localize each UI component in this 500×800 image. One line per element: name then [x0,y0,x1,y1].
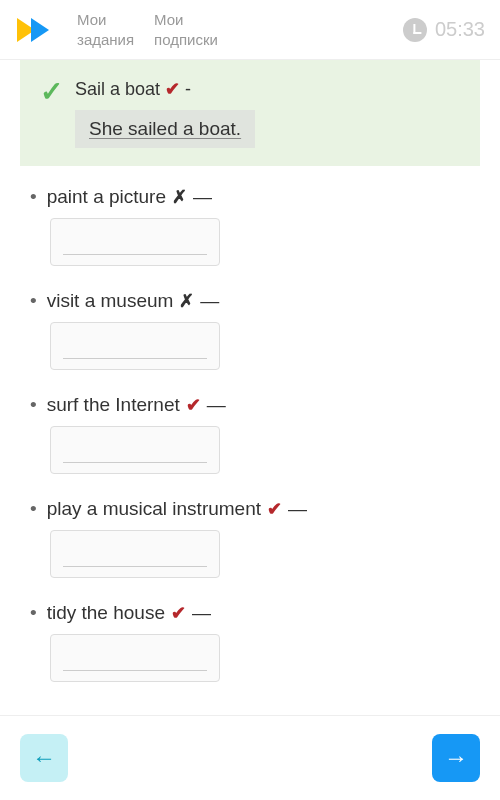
arrow-right-icon: → [444,744,468,772]
bullet-icon: • [30,290,37,312]
tick-icon: ✔ [267,498,282,520]
exercise-item: • play a musical instrument ✔ — [30,498,470,578]
prompt-text: surf the Internet [47,394,180,416]
bullet-icon: • [30,186,37,208]
input-line [63,670,207,671]
dash: — [193,186,212,208]
prompt-text: paint a picture [47,186,166,208]
arrow-left-icon: ← [32,744,56,772]
answer-input[interactable] [50,530,220,578]
input-line [63,566,207,567]
dash: — [207,394,226,416]
header: Мои задания Мои подписки 05:33 [0,0,500,60]
check-icon: ✓ [40,78,63,106]
example-content: Sail a boat ✔ - She sailed a boat. [75,78,460,148]
prompt-text: visit a museum [47,290,174,312]
example-answer: She sailed a boat. [75,110,255,148]
next-button[interactable]: → [432,734,480,782]
answer-input[interactable] [50,634,220,682]
bullet-icon: • [30,498,37,520]
input-line [63,358,207,359]
timer-section: 05:33 [403,18,485,42]
tick-icon: ✔ [171,602,186,624]
example-box: ✓ Sail a boat ✔ - She sailed a boat. [20,60,480,166]
exercise-list: • paint a picture ✗ — • visit a museum ✗… [20,166,480,715]
cross-icon: ✗ [172,186,187,208]
bullet-icon: • [30,602,37,624]
exercise-prompt: • visit a museum ✗ — [30,290,470,312]
exercise-prompt: • play a musical instrument ✔ — [30,498,470,520]
exercise-prompt: • paint a picture ✗ — [30,186,470,208]
dash: — [288,498,307,520]
dash: - [185,79,191,99]
tick-icon: ✔ [165,79,180,99]
nav-my-subs[interactable]: Мои подписки [154,10,218,49]
clock-icon [403,18,427,42]
example-prompt: Sail a boat ✔ - [75,78,460,100]
input-line [63,254,207,255]
nav-my-tasks[interactable]: Мои задания [77,10,134,49]
answer-input[interactable] [50,426,220,474]
bullet-icon: • [30,394,37,416]
timer-value: 05:33 [435,18,485,41]
exercise-prompt: • tidy the house ✔ — [30,602,470,624]
exercise-item: • visit a museum ✗ — [30,290,470,370]
prompt-text: tidy the house [47,602,165,624]
exercise-prompt: • surf the Internet ✔ — [30,394,470,416]
exercise-item: • surf the Internet ✔ — [30,394,470,474]
app-logo[interactable] [15,14,57,46]
cross-icon: ✗ [179,290,194,312]
dash: — [200,290,219,312]
example-text: Sail a boat [75,79,160,99]
content-area: ✓ Sail a boat ✔ - She sailed a boat. • p… [0,60,500,715]
input-line [63,462,207,463]
exercise-item: • tidy the house ✔ — [30,602,470,682]
exercise-item: • paint a picture ✗ — [30,186,470,266]
answer-input[interactable] [50,218,220,266]
tick-icon: ✔ [186,394,201,416]
prompt-text: play a musical instrument [47,498,261,520]
dash: — [192,602,211,624]
answer-input[interactable] [50,322,220,370]
footer: ← → [0,715,500,800]
back-button[interactable]: ← [20,734,68,782]
